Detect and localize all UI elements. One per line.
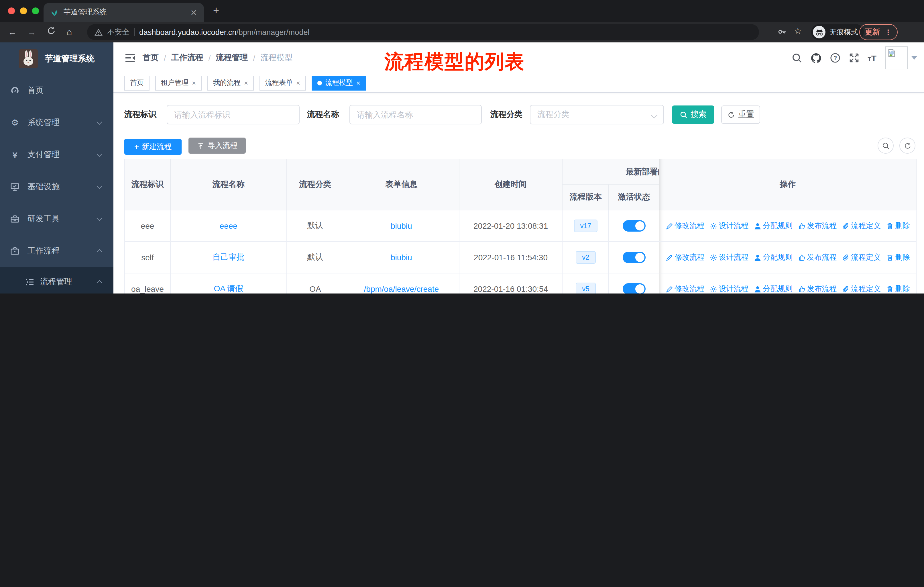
address-bar[interactable]: 不安全 dashboard.yudao.iocoder.cn/bpm/manag…	[87, 24, 759, 40]
tag-close-icon[interactable]: ×	[356, 79, 360, 87]
close-window-button[interactable]	[8, 7, 15, 14]
process-name-link[interactable]: OA 请假	[214, 284, 243, 293]
form-info-link[interactable]: biubiu	[391, 253, 412, 262]
breadcrumb-workflow[interactable]: 工作流程	[171, 53, 203, 63]
password-key-icon[interactable]	[777, 27, 787, 37]
avatar-caret-icon[interactable]	[911, 56, 917, 60]
tag-item[interactable]: 我的流程×	[207, 75, 254, 90]
browser-menu-icon[interactable]: ⋮	[884, 28, 892, 36]
action-definition-link[interactable]: 流程定义	[842, 284, 881, 293]
security-warning-icon[interactable]	[94, 28, 102, 36]
favicon	[50, 8, 58, 17]
column-header-name: 流程名称	[171, 159, 287, 210]
version-tag[interactable]: v2	[576, 251, 596, 264]
sidebar-item-process-mgmt[interactable]: 流程管理	[0, 267, 114, 293]
fullscreen-icon[interactable]	[849, 53, 859, 63]
process-name-link[interactable]: eeee	[220, 221, 238, 230]
sidebar-item-payment[interactable]: ¥ 支付管理	[0, 139, 114, 171]
tag-item[interactable]: 流程模型×	[312, 75, 366, 90]
sidebar-item-home[interactable]: 首页	[0, 74, 114, 107]
form-info-link[interactable]: biubiu	[391, 221, 412, 230]
show-search-toggle-button[interactable]	[878, 137, 894, 154]
chevron-up-icon	[97, 249, 102, 255]
sidebar-item-label: 支付管理	[28, 150, 59, 160]
active-toggle[interactable]	[623, 251, 645, 263]
monitor-icon	[10, 182, 20, 192]
breadcrumb-process-mgmt[interactable]: 流程管理	[216, 53, 248, 63]
action-label: 流程定义	[851, 252, 881, 263]
tag-item[interactable]: 租户管理×	[155, 75, 201, 90]
reload-icon[interactable]	[47, 26, 56, 35]
version-tag[interactable]: v5	[576, 283, 596, 293]
sidebar-item-label: 流程管理	[40, 277, 72, 287]
search-button[interactable]: 搜索	[672, 106, 714, 124]
action-assign-link[interactable]: 分配规则	[754, 221, 792, 231]
action-publish-link[interactable]: 发布流程	[798, 221, 837, 231]
create-process-button[interactable]: + 新建流程	[124, 139, 182, 154]
reset-button[interactable]: 重置	[721, 106, 760, 124]
github-icon[interactable]	[810, 53, 821, 63]
action-delete-link[interactable]: 删除	[886, 284, 910, 293]
process-model-table: 流程标识 流程名称 流程分类 表单信息 创建时间 最新部署的流程定义 流程版本 …	[124, 159, 917, 293]
sidebar-item-workflow[interactable]: 工作流程	[0, 235, 114, 267]
column-header-form: 表单信息	[344, 159, 459, 210]
tag-close-icon[interactable]: ×	[296, 79, 300, 87]
action-edit-link[interactable]: 修改流程	[665, 252, 704, 263]
forward-icon[interactable]: →	[28, 27, 36, 37]
help-icon[interactable]: ?	[830, 53, 840, 63]
avatar[interactable]	[885, 46, 908, 69]
sidebar-item-system[interactable]: ⚙ 系统管理	[0, 107, 114, 139]
tab-close-icon[interactable]: ✕	[190, 8, 197, 17]
browser-tab[interactable]: 芋道管理系统 ✕	[43, 3, 204, 22]
sidebar-item-devtools[interactable]: 研发工具	[0, 203, 114, 235]
font-size-icon[interactable]: TT	[868, 53, 876, 63]
action-definition-link[interactable]: 流程定义	[842, 252, 881, 263]
sidebar-item-infra[interactable]: 基础设施	[0, 171, 114, 203]
action-assign-link[interactable]: 分配规则	[754, 252, 792, 263]
back-icon[interactable]: ←	[8, 27, 16, 37]
form-info-link[interactable]: /bpm/oa/leave/create	[364, 284, 439, 293]
version-tag[interactable]: v17	[574, 220, 597, 232]
navbar: 首页 / 工作流程 / 流程管理 / 流程模型 流程模型的列表	[114, 42, 924, 73]
action-assign-link[interactable]: 分配规则	[754, 284, 792, 293]
action-label: 设计流程	[719, 252, 748, 263]
tag-item[interactable]: 流程表单×	[259, 75, 306, 90]
action-edit-link[interactable]: 修改流程	[665, 284, 704, 293]
tag-item[interactable]: 首页	[124, 75, 150, 90]
import-process-button[interactable]: 导入流程	[189, 137, 246, 154]
table-toolbar: + 新建流程 导入流程	[124, 137, 916, 154]
active-toggle[interactable]	[623, 220, 645, 231]
tag-close-icon[interactable]: ×	[192, 79, 196, 87]
filter-name-input[interactable]	[350, 105, 482, 124]
refresh-table-button[interactable]	[899, 137, 916, 154]
action-publish-link[interactable]: 发布流程	[798, 252, 837, 263]
filter-key-input[interactable]	[167, 105, 300, 124]
action-design-link[interactable]: 设计流程	[710, 221, 748, 231]
action-design-link[interactable]: 设计流程	[710, 252, 748, 263]
action-design-link[interactable]: 设计流程	[710, 284, 748, 293]
create-button-label: 新建流程	[142, 141, 172, 152]
incognito-icon	[813, 26, 825, 38]
new-tab-button[interactable]: +	[213, 5, 219, 17]
action-edit-link[interactable]: 修改流程	[665, 221, 704, 231]
action-publish-link[interactable]: 发布流程	[798, 284, 837, 293]
hamburger-icon[interactable]	[124, 52, 136, 64]
browser-update-button[interactable]: 更新 ⋮	[859, 24, 898, 40]
breadcrumb-home[interactable]: 首页	[143, 53, 159, 63]
action-label: 发布流程	[807, 252, 837, 263]
app-logo[interactable]: 芋道管理系统	[0, 42, 114, 70]
tag-close-icon[interactable]: ×	[244, 79, 248, 87]
home-icon[interactable]: ⌂	[66, 27, 72, 37]
process-name-link[interactable]: 自己审批	[213, 252, 244, 263]
url-text[interactable]: dashboard.yudao.iocoder.cn/bpm/manager/m…	[139, 27, 309, 37]
minimize-window-button[interactable]	[20, 7, 27, 14]
column-header-ops: 操作	[659, 159, 917, 210]
filter-category-select[interactable]: 流程分类	[530, 105, 664, 124]
active-toggle[interactable]	[623, 283, 645, 293]
bookmark-star-icon[interactable]: ☆	[794, 26, 802, 36]
action-definition-link[interactable]: 流程定义	[842, 221, 881, 231]
action-delete-link[interactable]: 删除	[886, 252, 910, 263]
search-icon[interactable]	[791, 53, 802, 63]
action-delete-link[interactable]: 删除	[886, 221, 910, 231]
maximize-window-button[interactable]	[32, 7, 39, 14]
